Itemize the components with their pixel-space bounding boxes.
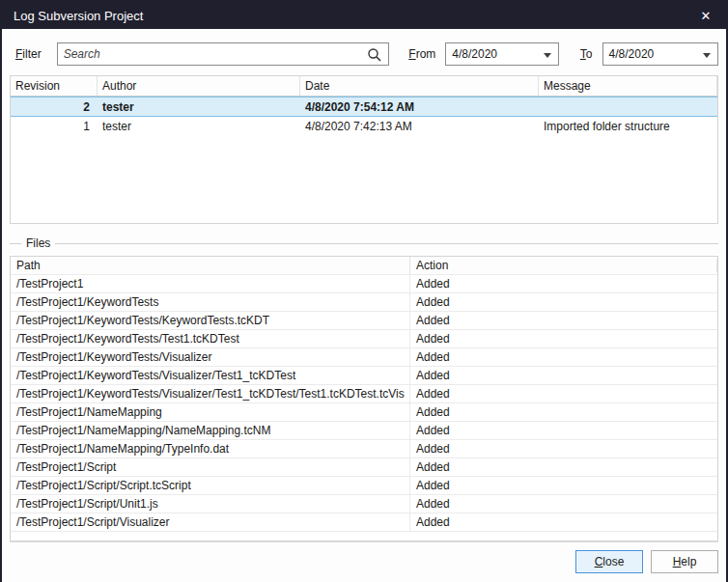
file-row[interactable]: /TestProject1/NameMapping/TypeInfo.dat A… xyxy=(11,440,717,458)
close-button-label: Close xyxy=(595,555,625,568)
path-cell: /TestProject1/KeywordTests/Visualizer/Te… xyxy=(11,385,410,402)
column-header-author[interactable]: Author xyxy=(98,76,300,96)
log-subversion-dialog: Log Subversion Project ✕ Filter From 4/8… xyxy=(0,0,728,582)
titlebar: Log Subversion Project ✕ xyxy=(2,2,726,29)
file-row[interactable]: /TestProject1/Script Added xyxy=(11,458,717,477)
close-button[interactable]: Close xyxy=(575,550,643,573)
path-cell: /TestProject1/Script xyxy=(11,458,410,476)
window-title: Log Subversion Project xyxy=(14,9,143,23)
column-header-date[interactable]: Date xyxy=(300,76,539,96)
file-row[interactable]: /TestProject1/KeywordTests/Visualizer Ad… xyxy=(11,348,717,367)
column-header-message[interactable]: Message xyxy=(539,76,717,96)
revision-cell: 1 xyxy=(11,120,98,133)
dialog-content: Filter From 4/8/2020 To 4/8/2020 xyxy=(2,29,726,582)
path-cell: /TestProject1/KeywordTests/Visualizer/Te… xyxy=(11,367,410,384)
file-row[interactable]: /TestProject1 Added xyxy=(11,275,717,293)
file-row[interactable]: /TestProject1/KeywordTests/KeywordTests.… xyxy=(11,312,717,330)
close-window-button[interactable]: ✕ xyxy=(686,2,726,29)
revision-cell: 2 xyxy=(11,100,98,114)
action-cell: Added xyxy=(410,277,717,291)
revision-row[interactable]: 1 tester 4/8/2020 7:42:13 AM Imported fo… xyxy=(11,117,717,136)
help-button-label: Help xyxy=(673,555,697,568)
file-row[interactable]: /TestProject1/KeywordTests/Test1.tcKDTes… xyxy=(11,330,717,348)
revision-row-selected[interactable]: 2 tester 4/8/2020 7:54:12 AM xyxy=(11,97,717,117)
revisions-header: Revision Author Date Message xyxy=(11,76,717,97)
action-cell: Added xyxy=(410,442,717,456)
column-header-action[interactable]: Action xyxy=(410,259,717,272)
author-cell: tester xyxy=(98,120,300,133)
close-icon: ✕ xyxy=(701,9,712,23)
path-cell: /TestProject1/KeywordTests xyxy=(11,293,410,311)
path-cell: /TestProject1/NameMapping/NameMapping.tc… xyxy=(11,422,410,439)
date-cell: 4/8/2020 7:54:12 AM xyxy=(300,100,539,114)
message-cell: Imported folder structure xyxy=(539,120,717,133)
author-cell: tester xyxy=(98,100,300,114)
from-date-combobox[interactable]: 4/8/2020 xyxy=(445,42,559,66)
action-cell: Added xyxy=(410,497,717,511)
action-cell: Added xyxy=(410,424,717,437)
path-cell: /TestProject1/KeywordTests/KeywordTests.… xyxy=(11,312,410,329)
chevron-down-icon xyxy=(544,53,551,58)
path-cell: /TestProject1/KeywordTests/Test1.tcKDTes… xyxy=(11,330,410,347)
help-button[interactable]: Help xyxy=(651,550,718,573)
file-row[interactable]: /TestProject1/Script/Script.tcScript Add… xyxy=(11,477,717,495)
action-cell: Added xyxy=(410,405,717,419)
path-cell: /TestProject1/KeywordTests/Visualizer xyxy=(11,348,410,366)
file-row[interactable]: /TestProject1/KeywordTests/Visualizer/Te… xyxy=(11,367,717,385)
files-table: Path Action /TestProject1 Added /TestPro… xyxy=(10,256,718,541)
search-box xyxy=(57,42,390,66)
action-cell: Added xyxy=(410,295,717,309)
filter-label: Filter xyxy=(15,47,42,61)
action-cell: Added xyxy=(410,369,717,382)
chevron-down-icon xyxy=(703,53,711,58)
search-icon[interactable] xyxy=(367,47,382,63)
action-cell: Added xyxy=(410,387,717,401)
revisions-table: Revision Author Date Message 2 tester 4/… xyxy=(10,75,718,224)
file-row[interactable]: /TestProject1/NameMapping/NameMapping.tc… xyxy=(11,422,717,440)
action-cell: Added xyxy=(410,332,717,346)
path-cell: /TestProject1/Script/Unit1.js xyxy=(11,495,410,513)
files-group: Files Path Action /TestProject1 Added /T… xyxy=(10,243,718,541)
column-header-revision[interactable]: Revision xyxy=(11,76,98,96)
to-date-combobox[interactable]: 4/8/2020 xyxy=(602,42,718,66)
filter-row: Filter From 4/8/2020 To 4/8/2020 xyxy=(15,42,718,66)
path-cell: /TestProject1/Script/Script.tcScript xyxy=(11,477,410,494)
action-cell: Added xyxy=(410,314,717,327)
to-label: To xyxy=(580,47,593,61)
files-header: Path Action xyxy=(11,257,717,275)
path-cell: /TestProject1/NameMapping xyxy=(11,403,410,421)
file-row[interactable]: /TestProject1/KeywordTests Added xyxy=(11,293,717,312)
to-date-value: 4/8/2020 xyxy=(609,47,655,61)
files-group-label: Files xyxy=(21,236,55,250)
from-label: From xyxy=(408,47,435,61)
date-cell: 4/8/2020 7:42:13 AM xyxy=(300,120,539,133)
action-cell: Added xyxy=(410,479,717,492)
file-row[interactable]: /TestProject1/Script/Visualizer Added xyxy=(11,513,717,532)
from-date-value: 4/8/2020 xyxy=(452,47,497,61)
path-cell: /TestProject1/NameMapping/TypeInfo.dat xyxy=(11,440,410,457)
action-cell: Added xyxy=(410,515,717,529)
action-cell: Added xyxy=(410,460,717,474)
footer: Close Help xyxy=(10,541,718,582)
action-cell: Added xyxy=(410,350,717,364)
file-row[interactable]: /TestProject1/KeywordTests/Visualizer/Te… xyxy=(11,385,717,403)
search-input[interactable] xyxy=(64,43,364,65)
path-cell: /TestProject1 xyxy=(11,275,410,292)
file-row[interactable]: /TestProject1/Script/Unit1.js Added xyxy=(11,495,717,513)
path-cell: /TestProject1/Script/Visualizer xyxy=(11,513,410,531)
column-header-path[interactable]: Path xyxy=(11,257,410,274)
file-row[interactable]: /TestProject1/NameMapping Added xyxy=(11,403,717,422)
